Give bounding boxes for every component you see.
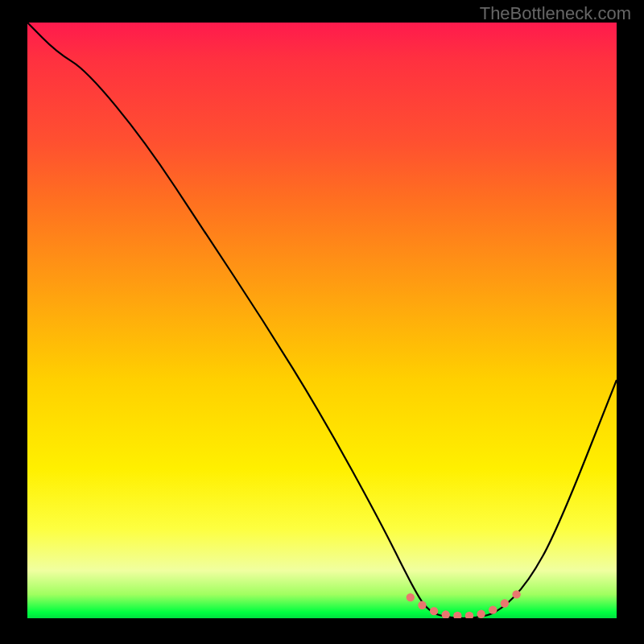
highlight-dot bbox=[407, 593, 415, 601]
highlight-dot bbox=[465, 612, 473, 618]
highlight-dot bbox=[477, 610, 485, 618]
highlight-dot bbox=[442, 610, 450, 618]
plot-area bbox=[27, 23, 617, 618]
highlight-dot bbox=[430, 607, 438, 615]
highlight-dot bbox=[501, 599, 509, 607]
bottleneck-curve bbox=[27, 23, 617, 618]
highlight-dot bbox=[453, 612, 461, 618]
optimal-range-dots bbox=[407, 590, 521, 618]
chart-svg bbox=[27, 23, 617, 618]
watermark-text: TheBottleneck.com bbox=[480, 3, 631, 24]
highlight-dot bbox=[489, 605, 497, 613]
highlight-dot bbox=[512, 590, 520, 598]
highlight-dot bbox=[418, 601, 426, 609]
